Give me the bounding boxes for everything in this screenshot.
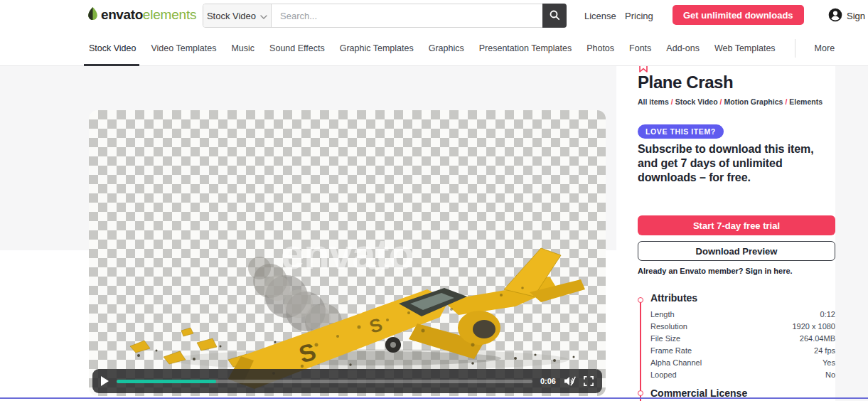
commercial-license-section-bullet [638,390,643,396]
item-title: Plane Crash [638,73,733,92]
attribute-label: File Size [650,334,680,346]
attribute-value: 24 fps [814,346,835,358]
attribute-value: 0:12 [820,310,835,322]
nav-item-add-ons[interactable]: Add-ons [666,31,700,65]
attribute-row: LoopedNo [650,370,835,383]
breadcrumb-separator: / [669,97,675,106]
sidebar-section-timeline [640,301,641,401]
search-bar: Stock Video [203,4,567,28]
right-background-strip [835,66,868,401]
nav-item-graphics[interactable]: Graphics [429,31,464,65]
nav-item-stock-video[interactable]: Stock Video [89,31,136,65]
attribute-value: No [825,370,835,383]
breadcrumb-link-all-items[interactable]: All items [638,97,669,106]
attribute-value: 264.04MB [800,334,835,346]
attribute-value: Yes [823,358,835,370]
subscribe-heading: Subscribe to download this item, and get… [638,142,835,185]
category-nav-items: Stock VideoVideo TemplatesMusicSound Eff… [0,31,868,65]
fullscreen-icon[interactable] [584,376,594,386]
nav-item-graphic-templates[interactable]: Graphic Templates [340,31,414,65]
video-timestamp: 0:06 [540,377,556,385]
top-header: envatoelements Stock Video License Prici… [0,0,868,31]
plane-crash-video-frame: S S [89,110,606,396]
breadcrumb-link-motion-graphics[interactable]: Motion Graphics [724,97,783,106]
play-icon[interactable] [101,376,109,386]
attribute-row: Frame Rate24 fps [650,346,835,358]
nav-item-photos[interactable]: Photos [586,31,614,65]
breadcrumb-separator: / [783,97,789,106]
search-category-dropdown[interactable]: Stock Video [203,4,272,27]
nav-item-sound-effects[interactable]: Sound Effects [269,31,325,65]
user-icon [828,8,842,24]
attribute-row: File Size264.04MB [650,334,835,346]
nav-item-music[interactable]: Music [231,31,254,65]
search-category-label: Stock Video [207,11,256,21]
search-input[interactable] [272,4,542,27]
progress-bar[interactable] [117,380,532,383]
breadcrumb-separator: / [718,97,724,106]
attribute-row: Alpha ChannelYes [650,358,835,370]
section-divider-rule [0,397,868,399]
love-this-item-badge: LOVE THIS ITEM? [638,124,724,139]
video-controls-bar: 0:06 [92,369,602,393]
attributes-section-bullet [638,297,643,303]
breadcrumb-link-elements[interactable]: Elements [789,97,823,106]
pricing-link[interactable]: Pricing [625,11,653,21]
attribute-row: Resolution1920 x 1080 [650,322,835,334]
progress-fill [117,380,216,383]
nav-item-presentation-templates[interactable]: Presentation Templates [479,31,572,65]
video-player[interactable]: envato [89,110,606,396]
sign-in-label: Sign In [847,11,868,21]
member-sign-in-text[interactable]: Already an Envato member? Sign in here. [638,267,793,275]
breadcrumb-link-stock-video[interactable]: Stock Video [675,97,718,106]
license-link[interactable]: License [584,11,616,21]
envato-leaf-icon [87,6,98,23]
attribute-row: Length0:12 [650,310,835,322]
attribute-label: Looped [650,370,677,383]
nav-divider [795,39,795,58]
attribute-label: Frame Rate [650,346,692,358]
logo-brand-text: envato [101,7,143,22]
nav-item-video-templates[interactable]: Video Templates [151,31,216,65]
nav-item-web-templates[interactable]: Web Templates [714,31,776,65]
category-nav: Stock VideoVideo TemplatesMusicSound Eff… [0,31,868,66]
item-sidebar: Plane Crash All items/Stock Video/Motion… [616,66,835,401]
attribute-value: 1920 x 1080 [792,322,835,334]
sign-in-button[interactable]: Sign In [828,8,868,24]
muted-volume-icon[interactable] [564,376,576,386]
attribute-label: Alpha Channel [650,358,702,370]
nav-item-fonts[interactable]: Fonts [629,31,651,65]
attributes-table: Length0:12Resolution1920 x 1080File Size… [650,310,835,383]
attribute-label: Length [650,310,675,322]
envato-elements-logo[interactable]: envatoelements [87,6,196,23]
attribute-label: Resolution [650,322,687,334]
chevron-down-icon [260,11,267,21]
get-unlimited-downloads-button[interactable]: Get unlimited downloads [673,5,804,25]
start-free-trial-button[interactable]: Start 7-day free trial [638,215,835,235]
download-preview-button[interactable]: Download Preview [638,241,835,261]
attributes-heading: Attributes [650,292,697,304]
envato-elements-item-page: envatoelements Stock Video License Prici… [0,0,868,401]
search-button[interactable] [542,4,567,28]
nav-item-more[interactable]: More [815,31,835,65]
logo-product-text: elements [143,7,197,22]
search-icon [549,9,560,23]
breadcrumb: All items/Stock Video/Motion Graphics/El… [638,97,823,106]
